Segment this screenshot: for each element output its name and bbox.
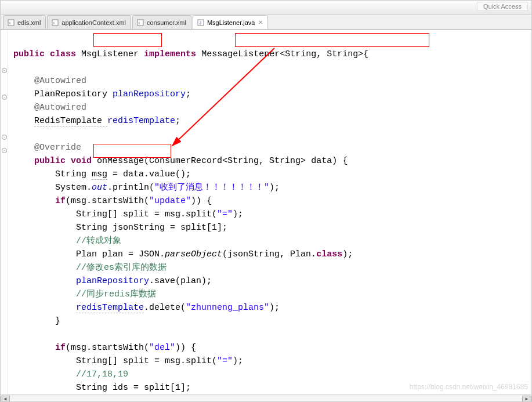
tab-label: edis.xml [17, 19, 41, 26]
xml-file-icon: x [7, 19, 15, 27]
window-topbar: Quick Access [1, 1, 531, 15]
code-line: String jsonString = split[1]; [13, 223, 227, 233]
code-line: String ids = split[1]; [13, 383, 191, 393]
scroll-left-button[interactable]: ◀ [1, 396, 10, 403]
scroll-right-button[interactable]: ▶ [522, 396, 531, 403]
code-line: RedisTemplate redisTemplate; [13, 116, 180, 126]
code-line: @Autowired [13, 76, 86, 86]
code-line: //修改es索引库的数据 [13, 263, 167, 273]
tab-label: applicationContext.xml [61, 19, 126, 26]
code-line: @Override [13, 143, 81, 153]
code-line: String msg = data.value(); [13, 169, 191, 180]
gutter: – – – – [1, 30, 8, 394]
tab-edis-xml[interactable]: x edis.xml [3, 15, 46, 29]
code-line: //同步redis库数据 [13, 289, 156, 299]
svg-text:x: x [53, 21, 55, 25]
close-icon[interactable]: ✕ [258, 19, 263, 26]
tab-msglistener-java[interactable]: J MsgListener.java ✕ [193, 15, 269, 29]
code-line: //17,18,19 [13, 370, 128, 379]
code-line: redisTemplate.delete("zhunneng_plans"); [13, 303, 280, 313]
horizontal-scrollbar[interactable]: ◀ ▶ [1, 394, 531, 402]
fold-marker-icon[interactable]: – [2, 135, 7, 140]
code-line: @Autowired [13, 103, 86, 113]
highlight-box-interface [235, 33, 429, 47]
svg-text:J: J [199, 20, 201, 26]
code-line: if(msg.startsWith("update")) { [13, 196, 212, 206]
svg-text:x: x [138, 21, 140, 25]
tab-consumer-xml[interactable]: x consumer.xml [132, 15, 191, 29]
scroll-track[interactable] [10, 396, 522, 403]
code-line: public class MsgListener implements Mess… [13, 49, 368, 59]
editor-area: – – – – public class MsgListener impleme… [1, 30, 531, 394]
editor-tabbar: x edis.xml x applicationContext.xml x co… [1, 15, 531, 30]
xml-file-icon: x [136, 19, 144, 27]
code-editor[interactable]: public class MsgListener implements Mess… [8, 30, 531, 394]
fold-marker-icon[interactable]: – [2, 95, 7, 100]
tab-label: consumer.xml [147, 19, 186, 26]
watermark-text: https://blog.csdn.net/weixin_46981685 [410, 383, 528, 391]
tab-label: MsgListener.java [207, 19, 255, 26]
java-file-icon: J [197, 19, 205, 27]
code-line: if(msg.startsWith("del")) { [13, 343, 196, 353]
code-line: String[] split = msg.split("="); [13, 209, 243, 219]
quick-access-button[interactable]: Quick Access [477, 2, 528, 11]
code-line: System.out.println("收到了消息！！！！！！！"); [13, 183, 280, 193]
fold-marker-icon[interactable]: – [2, 68, 7, 73]
code-line: String[] split = msg.split("="); [13, 356, 243, 366]
fold-marker-icon[interactable]: – [2, 148, 7, 153]
code-line: planRepository.save(plan); [13, 276, 212, 286]
xml-file-icon: x [51, 19, 59, 27]
highlight-box-class [93, 33, 162, 47]
svg-text:x: x [9, 21, 11, 25]
code-line: } [13, 316, 60, 326]
code-line: public void onMessage(ConsumerRecord<Str… [13, 156, 348, 166]
code-line: Plan plan = JSON.parseObject(jsonString,… [13, 249, 353, 259]
code-line: PlanRepository planRepository; [13, 89, 191, 99]
tab-applicationcontext-xml[interactable]: x applicationContext.xml [47, 15, 131, 29]
code-line: //转成对象 [13, 236, 121, 246]
